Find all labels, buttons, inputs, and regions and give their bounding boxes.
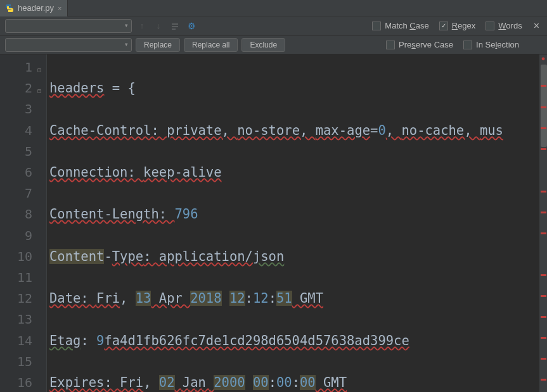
code-line: Connection: keep-alive — [49, 162, 539, 183]
error-marker[interactable] — [541, 316, 546, 318]
line-number: 13 — [0, 309, 32, 330]
words-checkbox[interactable]: Words — [486, 21, 522, 30]
error-marker[interactable] — [541, 358, 546, 360]
next-match-button[interactable]: ↓ — [152, 20, 165, 32]
line-number: 10 — [0, 246, 32, 267]
find-settings-icon[interactable]: ⚙ — [188, 21, 196, 31]
find-bar: ▾ ↑ ↓ ⚙ Match Case Regex Words × — [0, 16, 547, 35]
tab-filename: header.py — [18, 3, 54, 13]
code-line: Etag: 9fa4d1fb626fc7de1cd298d6504d57638a… — [49, 331, 539, 351]
replace-input-wrap: ▾ — [5, 38, 132, 52]
svg-rect-2 — [172, 23, 178, 25]
line-number: 16 — [0, 372, 32, 392]
code-area[interactable]: headers = { Cache-Control: private, no-s… — [47, 54, 539, 392]
code-line: Expires: Fri, 02 Jan 2000 00:00:00 GMT — [49, 372, 539, 392]
error-marker[interactable] — [541, 212, 546, 213]
select-all-matches-button[interactable] — [169, 20, 181, 32]
replace-button[interactable]: Replace — [136, 38, 180, 52]
line-number: 6 — [0, 162, 32, 183]
code-line: Cache-Control: private, no-store, max-ag… — [49, 120, 539, 141]
find-input-wrap: ▾ — [5, 19, 132, 33]
checkbox-icon — [463, 41, 472, 49]
file-tab[interactable]: header.py × — [0, 0, 68, 16]
find-input[interactable] — [5, 19, 132, 33]
in-selection-checkbox[interactable]: In Selection — [463, 40, 519, 49]
replace-history-dropdown-icon[interactable]: ▾ — [125, 41, 128, 47]
line-number: 5 — [0, 141, 32, 162]
prev-match-button[interactable]: ↑ — [136, 20, 148, 32]
error-marker[interactable] — [541, 191, 546, 193]
preserve-case-checkbox[interactable]: Preserve Case — [386, 40, 453, 49]
python-file-icon — [5, 4, 14, 13]
error-marker[interactable] — [541, 85, 546, 87]
line-number: 15 — [0, 351, 32, 372]
line-number: 3 — [0, 99, 32, 120]
line-number: 8 — [0, 204, 32, 225]
fold-toggle-icon[interactable]: ⊟ — [35, 80, 41, 87]
line-number: 14 — [0, 331, 32, 351]
code-line: headers = { — [49, 78, 539, 99]
line-number: 11 — [0, 267, 32, 288]
checkbox-icon — [386, 41, 395, 49]
checkbox-icon — [439, 22, 448, 30]
regex-checkbox[interactable]: Regex — [439, 21, 476, 30]
exclude-button[interactable]: Exclude — [241, 38, 285, 52]
line-number: 4 — [0, 120, 32, 141]
error-stripe-gutter[interactable]: ● — [539, 54, 547, 392]
line-number: 12 — [0, 288, 32, 309]
error-marker[interactable] — [541, 127, 546, 129]
checkbox-icon — [372, 22, 381, 30]
line-number-gutter[interactable]: 1 2 3 4 5 6 7 8 9 10 11 12 13 14 15 16 ⊟… — [0, 54, 47, 392]
tab-bar: header.py × — [0, 0, 547, 16]
svg-rect-4 — [172, 28, 176, 30]
svg-rect-3 — [172, 26, 178, 27]
error-marker[interactable] — [541, 148, 546, 150]
line-number: 1 — [0, 57, 32, 78]
line-number: 7 — [0, 183, 32, 204]
editor: 1 2 3 4 5 6 7 8 9 10 11 12 13 14 15 16 ⊟… — [0, 54, 547, 392]
checkbox-icon — [486, 22, 494, 30]
code-line: Content-Type: application/json — [49, 246, 539, 267]
error-marker[interactable] — [541, 379, 546, 381]
find-options: Match Case Regex Words — [372, 21, 522, 30]
line-number: 2 — [0, 78, 32, 99]
fold-toggle-icon[interactable]: ⊟ — [35, 60, 41, 66]
code-line: Content-Length: 796 — [49, 204, 539, 225]
inspection-status-icon[interactable]: ● — [539, 54, 547, 62]
match-case-checkbox[interactable]: Match Case — [372, 21, 428, 30]
scrollbar-thumb[interactable] — [541, 65, 547, 147]
replace-input[interactable] — [5, 38, 132, 52]
close-find-button[interactable]: × — [534, 20, 539, 32]
error-marker[interactable] — [541, 274, 546, 276]
code-line: Date: Fri, 13 Apr 2018 12:12:51 GMT — [49, 288, 539, 309]
line-number: 9 — [0, 225, 32, 246]
error-marker[interactable] — [541, 232, 546, 234]
close-tab-icon[interactable]: × — [58, 4, 61, 12]
find-history-dropdown-icon[interactable]: ▾ — [125, 22, 128, 28]
replace-all-button[interactable]: Replace all — [184, 38, 238, 52]
error-marker[interactable] — [541, 295, 546, 297]
error-marker[interactable] — [541, 337, 546, 339]
replace-bar: ▾ Replace Replace all Exclude Preserve C… — [0, 35, 547, 54]
error-marker[interactable] — [541, 106, 546, 108]
replace-options: Preserve Case In Selection — [386, 40, 542, 49]
